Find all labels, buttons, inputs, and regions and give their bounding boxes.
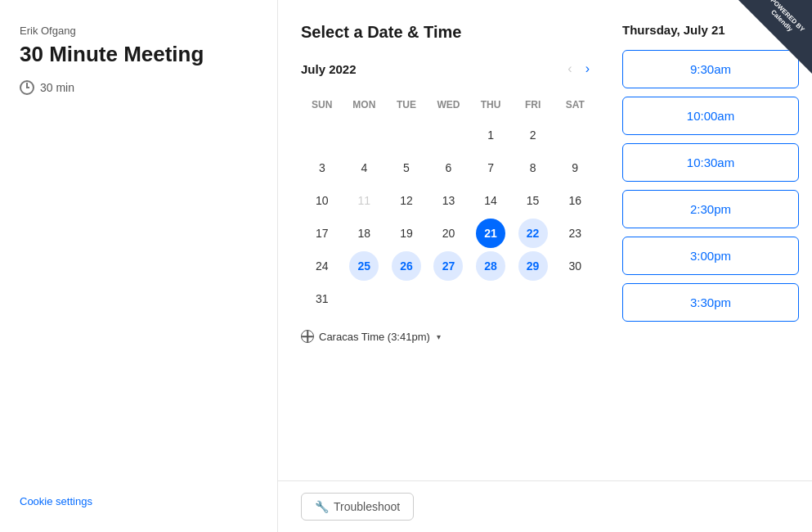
timezone-dropdown-arrow: ▾ (437, 332, 441, 341)
duration-label: 30 min (40, 81, 74, 94)
time-slot-330pm[interactable]: 3:30pm (622, 283, 799, 322)
day-header-wed: WED (428, 94, 470, 119)
day-cell-28[interactable]: 28 (476, 251, 505, 281)
day-cell-9[interactable]: 9 (560, 153, 590, 183)
content-area: Select a Date & Time July 2022 ‹ › SUN M… (278, 0, 812, 480)
day-cell-30[interactable]: 30 (560, 251, 590, 281)
cookie-settings-link[interactable]: Cookie settings (20, 495, 258, 507)
day-cell-1[interactable]: 1 (476, 120, 505, 150)
day-empty (349, 284, 379, 313)
day-cell-15[interactable]: 15 (518, 186, 548, 215)
calendar-section: Select a Date & Time July 2022 ‹ › SUN M… (278, 0, 616, 480)
day-empty (433, 284, 463, 313)
day-cell-16[interactable]: 16 (560, 186, 590, 215)
day-cell-25[interactable]: 25 (349, 251, 379, 281)
troubleshoot-button[interactable]: 🔧 Troubleshoot (301, 493, 414, 521)
organizer-name: Erik Ofgang (20, 25, 258, 37)
day-cell-27[interactable]: 27 (433, 251, 463, 281)
time-slot-300pm[interactable]: 3:00pm (622, 237, 799, 275)
calendly-badge: POWERED BYCalendly (738, 0, 812, 74)
time-slot-230pm[interactable]: 2:30pm (622, 190, 799, 228)
left-top: Erik Ofgang 30 Minute Meeting 30 min (20, 25, 258, 95)
day-cell-18[interactable]: 18 (349, 219, 379, 248)
day-cell-10[interactable]: 10 (307, 186, 337, 215)
day-empty (560, 120, 590, 150)
day-cell-13[interactable]: 13 (433, 186, 463, 215)
day-cell-24[interactable]: 24 (307, 251, 337, 281)
month-label: July 2022 (301, 62, 561, 76)
day-empty (349, 120, 379, 150)
globe-icon (301, 330, 314, 343)
troubleshoot-label: Troubleshoot (334, 500, 400, 513)
prev-month-button[interactable]: ‹ (561, 58, 578, 79)
day-cell-20[interactable]: 20 (433, 219, 463, 248)
calendar-header: July 2022 ‹ › (301, 58, 596, 79)
day-cell-4[interactable]: 4 (349, 153, 379, 183)
day-cell-26[interactable]: 26 (392, 251, 421, 281)
day-header-mon: MON (343, 94, 386, 119)
day-header-tue: TUE (385, 94, 428, 119)
timezone-label: Caracas Time (3:41pm) (319, 331, 430, 343)
section-title: Select a Date & Time (301, 23, 596, 42)
day-empty (476, 284, 505, 313)
day-header-sun: SUN (301, 94, 343, 119)
left-panel: Erik Ofgang 30 Minute Meeting 30 min Coo… (0, 0, 278, 532)
time-slot-1030am[interactable]: 10:30am (622, 143, 799, 182)
day-cell-3[interactable]: 3 (307, 153, 337, 183)
day-empty (560, 284, 590, 313)
next-month-button[interactable]: › (579, 58, 596, 79)
day-cell-12[interactable]: 12 (392, 186, 421, 215)
day-empty (307, 120, 337, 150)
day-cell-7[interactable]: 7 (476, 153, 505, 183)
day-cell-5[interactable]: 5 (392, 153, 421, 183)
day-header-fri: FRI (512, 94, 554, 119)
duration-row: 30 min (20, 80, 258, 95)
bottom-bar: 🔧 Troubleshoot (278, 480, 812, 532)
day-cell-2[interactable]: 2 (518, 120, 548, 150)
day-cell-23[interactable]: 23 (560, 219, 590, 248)
clock-icon (20, 80, 34, 95)
day-empty (433, 120, 463, 150)
day-header-sat: SAT (554, 94, 596, 119)
time-slot-1000am[interactable]: 10:00am (622, 97, 799, 135)
timezone-selector[interactable]: Caracas Time (3:41pm) ▾ (301, 330, 596, 343)
wrench-icon: 🔧 (315, 500, 329, 513)
day-cell-14[interactable]: 14 (476, 186, 505, 215)
main-panel: POWERED BYCalendly Select a Date & Time … (278, 0, 812, 532)
day-cell-8[interactable]: 8 (518, 153, 548, 183)
day-cell-29[interactable]: 29 (518, 251, 548, 281)
day-empty (518, 284, 548, 313)
day-cell-19[interactable]: 19 (392, 219, 421, 248)
day-cell-22[interactable]: 22 (518, 219, 548, 248)
calendar-grid: SUN MON TUE WED THU FRI SAT 1 2 3 4 5 6 (301, 94, 596, 315)
day-empty (392, 284, 421, 313)
day-cell-6[interactable]: 6 (433, 153, 463, 183)
day-header-thu: THU (469, 94, 512, 119)
day-cell-21[interactable]: 21 (476, 219, 505, 248)
day-cell-11: 11 (349, 186, 379, 215)
day-cell-17[interactable]: 17 (307, 219, 337, 248)
day-cell-31[interactable]: 31 (307, 284, 337, 313)
meeting-title: 30 Minute Meeting (20, 42, 258, 67)
day-empty (392, 120, 421, 150)
